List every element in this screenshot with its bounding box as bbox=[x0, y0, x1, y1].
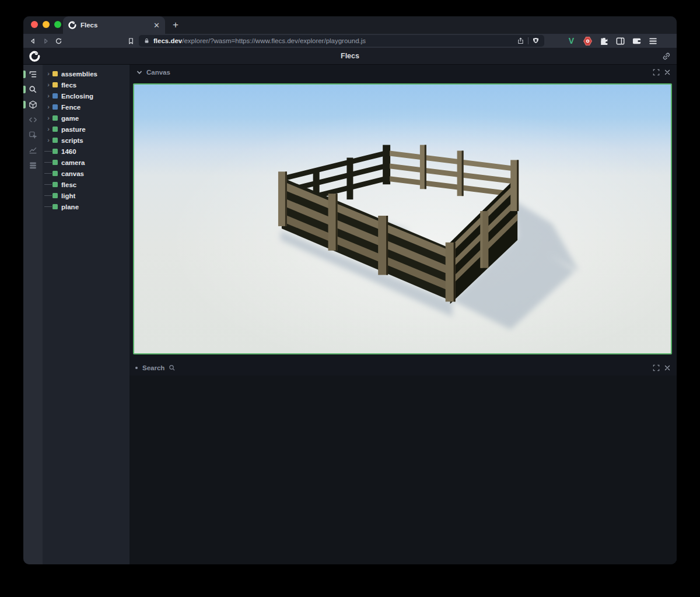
traffic-lights bbox=[31, 21, 61, 28]
expand-chevron-icon[interactable]: › bbox=[44, 126, 52, 132]
search-panel-header[interactable]: Search bbox=[130, 362, 677, 374]
entity-color-square bbox=[52, 82, 58, 87]
tree-item-1460[interactable]: 1460 bbox=[44, 146, 130, 157]
tab-bar: Flecs ✕ + bbox=[23, 16, 677, 34]
inspector-icon[interactable] bbox=[23, 130, 43, 140]
active-indicator bbox=[23, 86, 26, 93]
fullscreen-icon[interactable] bbox=[652, 364, 660, 372]
collapsed-bullet-icon[interactable] bbox=[135, 367, 138, 369]
entity-color-square bbox=[52, 204, 58, 209]
expand-chevron-icon[interactable]: › bbox=[44, 71, 52, 77]
browser-tab[interactable]: Flecs ✕ bbox=[63, 16, 165, 34]
sidebar-toggle-icon[interactable] bbox=[615, 36, 625, 46]
tree-item-pasture[interactable]: ›pasture bbox=[44, 124, 130, 135]
tree-item-label: Enclosing bbox=[61, 93, 93, 100]
search-panel-title: Search bbox=[142, 364, 164, 371]
zoom-window-button[interactable] bbox=[54, 21, 61, 28]
search-magnifier-icon bbox=[168, 364, 176, 372]
leaf-connector bbox=[44, 184, 52, 185]
tree-item-plane[interactable]: plane bbox=[44, 201, 130, 212]
main-area: Canvas bbox=[130, 65, 677, 564]
icon-rail bbox=[23, 65, 43, 564]
wallet-icon[interactable] bbox=[632, 36, 642, 46]
adblock-extension-icon[interactable] bbox=[583, 36, 593, 46]
tree-item-label: 1460 bbox=[61, 148, 76, 155]
tree-item-label: light bbox=[61, 192, 75, 199]
tree-item-label: plane bbox=[61, 203, 79, 210]
entity-color-square bbox=[52, 171, 58, 176]
entity-tree-icon[interactable] bbox=[23, 69, 43, 79]
active-indicator bbox=[23, 71, 26, 78]
expand-chevron-icon[interactable]: › bbox=[44, 82, 52, 88]
canvas-cube-icon[interactable] bbox=[23, 100, 43, 110]
entity-color-square bbox=[52, 138, 58, 143]
expand-chevron-icon[interactable]: › bbox=[44, 93, 52, 99]
leaf-connector bbox=[44, 173, 52, 174]
memory-icon[interactable] bbox=[23, 160, 43, 170]
tab-title: Flecs bbox=[80, 22, 149, 29]
vue-devtools-icon[interactable]: V bbox=[566, 36, 576, 46]
url-bar[interactable]: flecs.dev/explorer/?wasm=https://www.fle… bbox=[139, 35, 544, 47]
stats-chart-icon[interactable] bbox=[23, 145, 43, 155]
3d-canvas-viewport[interactable] bbox=[133, 83, 672, 354]
tree-item-label: flecs bbox=[61, 82, 76, 89]
canvas-panel-header[interactable]: Canvas bbox=[130, 66, 677, 78]
entity-tree-panel: ›assemblies›flecs›Enclosing›Fence›game›p… bbox=[43, 65, 130, 564]
tree-item-label: scripts bbox=[61, 137, 83, 144]
extensions-puzzle-icon[interactable] bbox=[599, 36, 609, 46]
fullscreen-icon[interactable] bbox=[652, 69, 660, 76]
lock-icon bbox=[144, 37, 150, 44]
tree-item-label: canvas bbox=[61, 170, 84, 177]
close-window-button[interactable] bbox=[31, 21, 38, 28]
forward-icon[interactable] bbox=[41, 36, 50, 45]
expand-chevron-icon[interactable]: › bbox=[44, 104, 52, 110]
share-icon[interactable] bbox=[517, 37, 524, 45]
entity-color-square bbox=[52, 115, 58, 121]
query-search-icon[interactable] bbox=[23, 85, 43, 94]
tree-item-flecs[interactable]: ›flecs bbox=[44, 79, 130, 90]
search-panel-content[interactable] bbox=[130, 375, 677, 564]
browser-window: Flecs ✕ + flecs.dev/explorer/?wasm=https… bbox=[23, 16, 677, 564]
back-icon[interactable] bbox=[28, 36, 37, 45]
extension-icons: V bbox=[566, 36, 658, 46]
bookmark-icon[interactable] bbox=[126, 36, 135, 45]
tree-item-camera[interactable]: camera bbox=[44, 157, 130, 168]
leaf-connector bbox=[44, 151, 52, 152]
tree-item-light[interactable]: light bbox=[44, 190, 130, 201]
app-header: Flecs bbox=[23, 48, 677, 65]
entity-color-square bbox=[52, 71, 58, 76]
tree-item-scripts[interactable]: ›scripts bbox=[44, 135, 130, 146]
tree-item-label: assemblies bbox=[61, 71, 97, 78]
chevron-down-icon[interactable] bbox=[135, 69, 143, 76]
flecs-favicon bbox=[68, 21, 76, 29]
close-panel-icon[interactable] bbox=[663, 69, 671, 76]
flecs-logo[interactable] bbox=[29, 51, 40, 62]
share-link-icon[interactable] bbox=[662, 52, 671, 61]
url-domain: flecs.dev bbox=[153, 37, 182, 44]
tab-close-icon[interactable]: ✕ bbox=[153, 22, 160, 29]
reload-icon[interactable] bbox=[54, 36, 63, 45]
fence-3d-scene bbox=[134, 85, 671, 353]
menu-icon[interactable] bbox=[648, 36, 658, 46]
minimize-window-button[interactable] bbox=[43, 21, 50, 28]
tree-item-canvas[interactable]: canvas bbox=[44, 168, 130, 179]
leaf-connector bbox=[44, 195, 52, 196]
url-text: flecs.dev/explorer/?wasm=https://www.fle… bbox=[153, 37, 513, 44]
page-title: Flecs bbox=[23, 52, 677, 60]
expand-chevron-icon[interactable]: › bbox=[44, 115, 52, 121]
tree-item-Fence[interactable]: ›Fence bbox=[44, 101, 130, 113]
close-panel-icon[interactable] bbox=[663, 364, 671, 372]
code-icon[interactable] bbox=[23, 115, 43, 125]
tree-item-Enclosing[interactable]: ›Enclosing bbox=[44, 90, 130, 101]
entity-color-square bbox=[52, 193, 58, 198]
app-body: ›assemblies›flecs›Enclosing›Fence›game›p… bbox=[23, 65, 677, 564]
tree-item-assemblies[interactable]: ›assemblies bbox=[44, 68, 130, 79]
brave-shield-icon[interactable] bbox=[532, 37, 540, 45]
tree-item-flesc[interactable]: flesc bbox=[44, 179, 130, 190]
tree-item-game[interactable]: ›game bbox=[44, 113, 130, 124]
expand-chevron-icon[interactable]: › bbox=[44, 137, 52, 143]
leaf-connector bbox=[44, 162, 52, 163]
entity-color-square bbox=[52, 160, 58, 165]
new-tab-button[interactable]: + bbox=[173, 19, 178, 31]
browser-toolbar: flecs.dev/explorer/?wasm=https://www.fle… bbox=[23, 34, 677, 48]
